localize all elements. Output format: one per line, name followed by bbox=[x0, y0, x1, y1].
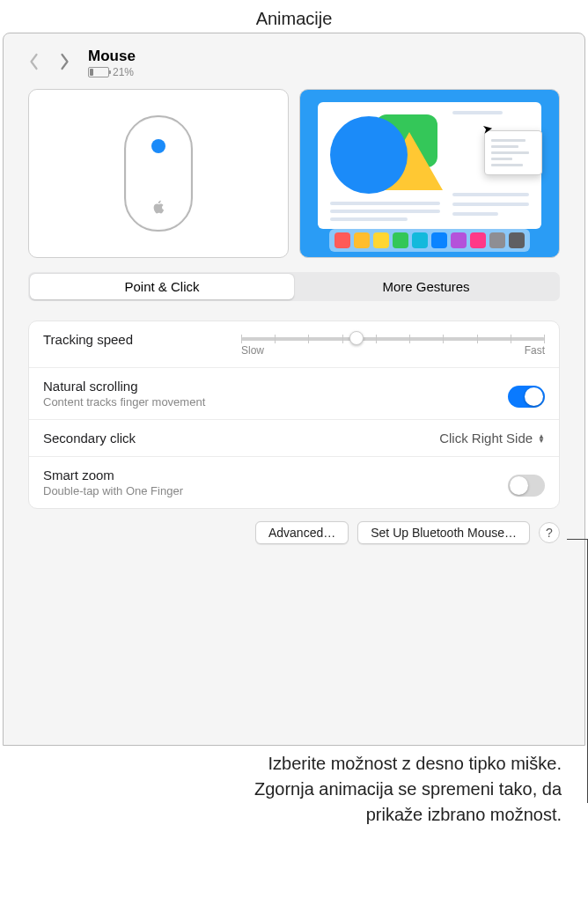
dock-item bbox=[334, 232, 350, 248]
label-tracking-speed: Tracking speed bbox=[43, 332, 133, 347]
dock-item bbox=[373, 232, 389, 248]
window-header: Mouse 21% bbox=[4, 33, 584, 89]
battery-percent: 21% bbox=[113, 66, 134, 78]
tab-point-click[interactable]: Point & Click bbox=[30, 274, 294, 299]
forward-button[interactable] bbox=[59, 53, 70, 74]
settings-list: Tracking speed Slow Fast bbox=[28, 320, 560, 509]
tab-more-gestures[interactable]: More Gestures bbox=[294, 274, 558, 299]
switch-smart-zoom[interactable] bbox=[508, 475, 545, 497]
popup-secondary-click[interactable]: Click Right Side ▲▼ bbox=[439, 431, 545, 446]
battery-status: 21% bbox=[88, 66, 136, 78]
dock-item bbox=[451, 232, 467, 248]
tracking-speed-slider[interactable]: Slow Fast bbox=[241, 332, 545, 357]
label-smart-zoom: Smart zoom bbox=[43, 468, 183, 482]
row-tracking-speed: Tracking speed Slow Fast bbox=[29, 321, 559, 368]
annotation-bottom: Izberite možnost z desno tipko miške. Zg… bbox=[0, 746, 588, 843]
context-menu bbox=[484, 130, 542, 175]
back-button[interactable] bbox=[28, 53, 40, 74]
sub-natural-scrolling: Content tracks finger movement bbox=[43, 395, 205, 409]
dock-item bbox=[509, 232, 525, 248]
switch-natural-scrolling[interactable] bbox=[508, 386, 545, 408]
apple-logo-icon bbox=[152, 200, 165, 217]
slider-min-label: Slow bbox=[241, 344, 264, 357]
dock bbox=[329, 229, 530, 252]
label-secondary-click: Secondary click bbox=[43, 431, 136, 446]
setup-bluetooth-button[interactable]: Set Up Bluetooth Mouse… bbox=[357, 521, 530, 544]
popup-value: Click Right Side bbox=[439, 431, 533, 446]
mouse-animation-preview bbox=[28, 89, 289, 258]
dock-item bbox=[393, 232, 408, 248]
annotation-top: Animacije bbox=[0, 0, 588, 33]
dock-item bbox=[470, 232, 486, 248]
page-title: Mouse bbox=[88, 48, 136, 65]
tabs: Point & Click More Gestures bbox=[28, 272, 560, 301]
dock-item bbox=[412, 232, 428, 248]
help-button[interactable]: ? bbox=[539, 522, 560, 543]
battery-icon bbox=[88, 67, 109, 77]
updown-icon: ▲▼ bbox=[538, 434, 545, 443]
dock-item bbox=[431, 232, 447, 248]
dock-item bbox=[354, 232, 370, 248]
desktop-animation-preview: ➤ bbox=[299, 89, 560, 258]
sub-smart-zoom: Double-tap with One Finger bbox=[43, 484, 183, 497]
row-smart-zoom: Smart zoom Double-tap with One Finger bbox=[29, 457, 559, 508]
cursor-icon: ➤ bbox=[481, 121, 495, 136]
label-natural-scrolling: Natural scrolling bbox=[43, 379, 205, 394]
row-secondary-click: Secondary click Click Right Side ▲▼ bbox=[29, 420, 559, 457]
dock-item bbox=[489, 232, 505, 248]
slider-max-label: Fast bbox=[525, 344, 545, 357]
advanced-button[interactable]: Advanced… bbox=[255, 521, 349, 544]
row-natural-scrolling: Natural scrolling Content tracks finger … bbox=[29, 368, 559, 420]
nav-arrows bbox=[28, 53, 70, 74]
mouse-illustration bbox=[124, 115, 193, 232]
preferences-window: Mouse 21% bbox=[3, 33, 585, 746]
